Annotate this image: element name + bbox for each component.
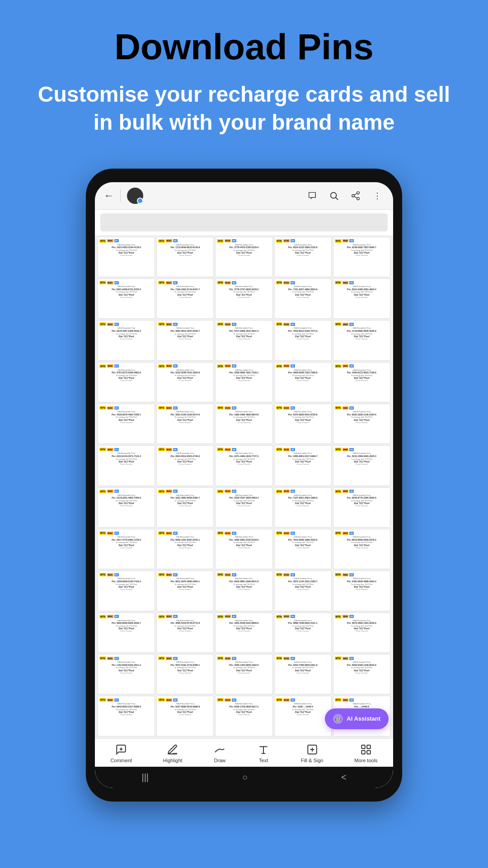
n100-badge: ₦100 [283, 281, 290, 284]
mtn-logo: MTN [99, 281, 106, 284]
card-header: MTN ₦100 NG [335, 490, 389, 493]
nav-menu[interactable]: ||| [141, 772, 149, 783]
ng-badge: NG [349, 490, 354, 493]
mtn-logo: MTN [217, 322, 224, 326]
recharge-card: MTN ₦100 NG N/A (Reloadable Pins) Pin: 5… [156, 404, 214, 444]
search-icon[interactable] [327, 189, 341, 203]
search-bar[interactable] [100, 213, 388, 231]
card-brand: Pizzaz Karaoke [179, 379, 192, 382]
mtn-logo: MTN [276, 322, 283, 326]
n100-badge: ₦100 [343, 532, 349, 535]
mtn-logo: MTN [217, 656, 224, 660]
card-brand: Pizzaz Karaoke [355, 547, 368, 549]
recharge-card: MTN ₦100 NG N/A (Reloadable Pins) Pin: 1… [98, 654, 155, 694]
recharge-card: MTN ₦100 NG N/A (Reloadable Pins) Pin: 4… [98, 404, 155, 444]
top-bar: ← [95, 182, 393, 210]
card-header: MTN ₦100 NG [99, 364, 153, 368]
card-header: MTN ₦100 NG [335, 531, 389, 535]
card-brand: Pizzaz Karaoke [120, 338, 133, 340]
mtn-logo: MTN [158, 239, 165, 243]
mtn-logo: MTN [276, 490, 283, 493]
nav-home[interactable]: ○ [242, 772, 248, 783]
text-tool[interactable]: Text [257, 743, 270, 763]
ng-badge: NG [232, 573, 236, 576]
share-icon[interactable] [349, 189, 362, 203]
comment-plus-icon [115, 743, 127, 756]
recharge-card: MTN ₦100 NG N/A (Reloadable Pins) Pin: 9… [156, 696, 214, 736]
draw-tool[interactable]: Draw [213, 743, 226, 763]
recharge-card: MTN ₦100 NG N/A (Reloadable Pins) Pin: 8… [333, 529, 390, 569]
card-brand: Pizzaz Karaoke [120, 713, 133, 716]
ai-assistant-button[interactable]: 🤖 AI Assistant [325, 708, 389, 729]
n100-badge: ₦100 [283, 323, 290, 326]
n100-badge: ₦100 [225, 406, 231, 410]
card-brand: Pizzaz Karaoke [120, 254, 133, 256]
mtn-logo: MTN [335, 656, 342, 660]
n100-badge: ₦100 [225, 364, 231, 368]
ng-badge: NG [349, 239, 354, 242]
mtn-logo: MTN [158, 322, 165, 326]
recharge-card: MTN ₦100 NG N/A (Reloadable Pins) Pin: 4… [156, 613, 214, 653]
mtn-logo: MTN [158, 364, 165, 368]
comment-label: Comment [110, 758, 132, 763]
card-header: MTN ₦100 NG [276, 656, 330, 660]
card-brand: Pizzaz Karaoke [355, 672, 368, 674]
svg-rect-15 [367, 745, 371, 749]
card-header: MTN ₦100 NG [99, 281, 153, 284]
recharge-card: MTN ₦100 NG N/A (Reloadable Pins) Pin: 3… [215, 654, 272, 694]
recharge-card: MTN ₦100 NG N/A (Reloadable Pins) Pin: 6… [98, 445, 155, 486]
card-header: MTN ₦100 NG [217, 531, 271, 535]
n100-badge: ₦100 [343, 615, 349, 618]
mtn-logo: MTN [158, 406, 165, 410]
profile-icon[interactable] [127, 188, 143, 204]
comment-tool[interactable]: Comment [110, 743, 132, 763]
card-header: MTN ₦100 NG [158, 656, 212, 660]
mtn-logo: MTN [217, 239, 224, 243]
card-brand: Pizzaz Karaoke [120, 421, 133, 424]
ai-icon: 🤖 [333, 714, 343, 724]
more-icon[interactable]: ⋮ [371, 189, 384, 203]
card-header: MTN ₦100 NG [99, 573, 153, 576]
highlight-tool[interactable]: Highlight [163, 743, 183, 763]
n100-badge: ₦100 [283, 698, 290, 702]
recharge-card: MTN ₦100 NG N/A (Reloadable Pins) Pin: 8… [98, 278, 155, 319]
mtn-logo: MTN [335, 322, 342, 326]
ng-badge: NG [232, 239, 236, 242]
fill-sign-label: Fill & Sign [301, 758, 324, 763]
ng-badge: NG [349, 448, 354, 451]
recharge-card: MTN ₦100 NG N/A (Reloadable Pins) Pin: 7… [274, 529, 332, 569]
ng-badge: NG [114, 448, 119, 451]
mtn-logo: MTN [335, 615, 342, 618]
mtn-logo: MTN [99, 573, 106, 576]
n100-badge: ₦100 [166, 239, 172, 242]
n100-badge: ₦100 [166, 573, 172, 576]
mtn-logo: MTN [217, 615, 224, 618]
card-header: MTN ₦100 NG [158, 698, 212, 702]
ng-badge: NG [349, 615, 354, 618]
recharge-card: MTN ₦100 NG N/A (Reloadable Pins) Pin: 0… [156, 362, 214, 402]
mtn-logo: MTN [276, 281, 283, 284]
recharge-card: MTN ₦100 NG N/A (Reloadable Pins) Pin: 3… [215, 613, 272, 653]
card-brand: Pizzaz Karaoke [296, 254, 309, 256]
card-brand: Pizzaz Karaoke [355, 505, 368, 507]
nav-back[interactable]: < [341, 772, 347, 783]
ng-badge: NG [349, 698, 354, 702]
recharge-card: MTN ₦100 NG N/A (Reloadable Pins) Pin: 9… [215, 445, 272, 486]
svg-rect-17 [367, 750, 371, 754]
ng-badge: NG [291, 323, 295, 326]
recharge-card: MTN ₦100 NG N/A (Reloadable Pins) Pin: 5… [215, 320, 272, 360]
card-header: MTN ₦100 NG [158, 322, 212, 326]
fill-sign-tool[interactable]: Fill & Sign [301, 743, 324, 763]
card-header: MTN ₦100 NG [276, 239, 330, 243]
more-tools-tool[interactable]: More tools [354, 743, 377, 763]
mtn-logo: MTN [158, 698, 165, 702]
back-button[interactable]: ← [104, 190, 114, 202]
card-brand: Pizzaz Karaoke [296, 463, 309, 465]
card-header: MTN ₦100 NG [99, 406, 153, 410]
mtn-logo: MTN [217, 448, 224, 451]
comment-icon[interactable] [305, 189, 319, 203]
text-label: Text [259, 758, 268, 763]
card-header: MTN ₦100 NG [158, 531, 212, 535]
card-brand: Pizzaz Karaoke [179, 338, 192, 340]
card-brand: Pizzaz Karaoke [238, 547, 250, 549]
